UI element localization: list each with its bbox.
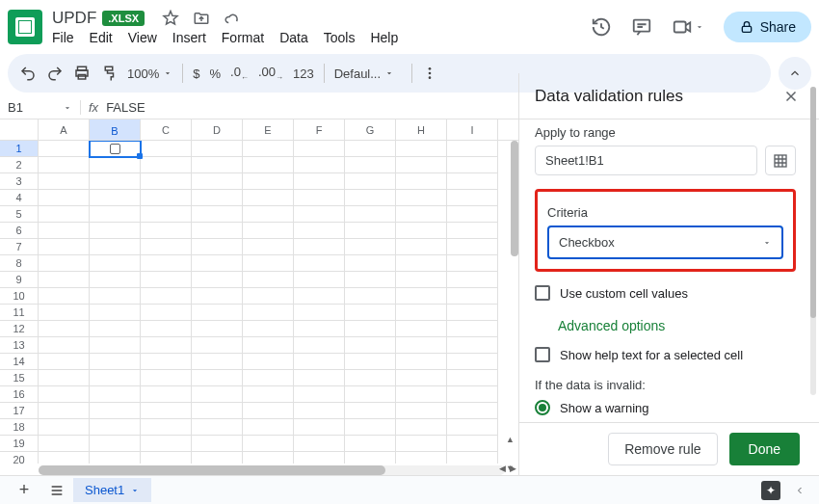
menu-data[interactable]: Data	[279, 30, 308, 45]
cell-G19[interactable]	[345, 436, 396, 452]
cell-H8[interactable]	[396, 255, 447, 272]
cell-I1[interactable]	[447, 141, 498, 157]
star-icon[interactable]	[162, 10, 179, 27]
currency-format[interactable]: $	[193, 66, 199, 81]
cell-F5[interactable]	[294, 206, 345, 223]
cell-F13[interactable]	[294, 337, 345, 354]
cell-B9[interactable]	[90, 272, 141, 288]
cell-D7[interactable]	[192, 239, 243, 255]
panel-scrollbar[interactable]	[810, 87, 816, 395]
cell-D5[interactable]	[192, 206, 243, 223]
cell-A8[interactable]	[39, 255, 90, 272]
cell-I5[interactable]	[447, 206, 498, 223]
cell-G15[interactable]	[345, 370, 396, 386]
horizontal-scrollbar[interactable]	[39, 465, 505, 475]
cell-F3[interactable]	[294, 173, 345, 190]
row-header-6[interactable]: 6	[0, 223, 39, 239]
cell-G2[interactable]	[345, 157, 396, 173]
menu-tools[interactable]: Tools	[324, 30, 356, 45]
cell-F14[interactable]	[294, 354, 345, 370]
number-format[interactable]: 123	[293, 66, 314, 81]
move-icon[interactable]	[193, 10, 210, 27]
cell-B12[interactable]	[90, 321, 141, 337]
col-header-E[interactable]: E	[243, 119, 294, 140]
cell-F8[interactable]	[294, 255, 345, 272]
row-header-20[interactable]: 20	[0, 452, 39, 464]
col-header-F[interactable]: F	[294, 119, 345, 140]
row-header-14[interactable]: 14	[0, 354, 39, 370]
cell-F18[interactable]	[294, 419, 345, 436]
cell-E20[interactable]	[243, 452, 294, 464]
cell-D2[interactable]	[192, 157, 243, 173]
cell-I6[interactable]	[447, 223, 498, 239]
cell-C20[interactable]	[141, 452, 192, 464]
col-header-C[interactable]: C	[141, 119, 192, 140]
cell-I11[interactable]	[447, 305, 498, 321]
cell-F17[interactable]	[294, 403, 345, 419]
cell-I19[interactable]	[447, 436, 498, 452]
cell-C1[interactable]	[141, 141, 192, 157]
cell-G13[interactable]	[345, 337, 396, 354]
cell-B14[interactable]	[90, 354, 141, 370]
cell-A14[interactable]	[39, 354, 90, 370]
cell-A7[interactable]	[39, 239, 90, 255]
cell-I7[interactable]	[447, 239, 498, 255]
cell-G14[interactable]	[345, 354, 396, 370]
share-button[interactable]: Share	[724, 12, 811, 42]
cell-C12[interactable]	[141, 321, 192, 337]
close-icon[interactable]	[782, 88, 800, 105]
cell-C13[interactable]	[141, 337, 192, 354]
cell-B16[interactable]	[90, 386, 141, 403]
cell-F12[interactable]	[294, 321, 345, 337]
cell-I20[interactable]	[447, 452, 498, 464]
cell-B20[interactable]	[90, 452, 141, 464]
cell-H13[interactable]	[396, 337, 447, 354]
cell-D9[interactable]	[192, 272, 243, 288]
meet-button[interactable]	[672, 16, 704, 38]
all-sheets-button[interactable]	[40, 483, 73, 498]
cell-F15[interactable]	[294, 370, 345, 386]
row-header-18[interactable]: 18	[0, 419, 39, 436]
add-sheet-button[interactable]: +	[8, 480, 40, 500]
cell-D8[interactable]	[192, 255, 243, 272]
cell-C10[interactable]	[141, 288, 192, 305]
cell-F11[interactable]	[294, 305, 345, 321]
select-all-corner[interactable]	[0, 119, 39, 140]
cell-H14[interactable]	[396, 354, 447, 370]
font-select[interactable]: Defaul...	[334, 66, 402, 81]
col-header-H[interactable]: H	[396, 119, 447, 140]
row-header-15[interactable]: 15	[0, 370, 39, 386]
col-header-A[interactable]: A	[39, 119, 90, 140]
row-header-16[interactable]: 16	[0, 386, 39, 403]
cell-C8[interactable]	[141, 255, 192, 272]
undo-icon[interactable]	[19, 65, 37, 82]
cell-E19[interactable]	[243, 436, 294, 452]
cell-A17[interactable]	[39, 403, 90, 419]
cell-G20[interactable]	[345, 452, 396, 464]
menu-file[interactable]: File	[52, 30, 74, 45]
cell-C5[interactable]	[141, 206, 192, 223]
sheet-tab-sheet1[interactable]: Sheet1	[73, 478, 151, 502]
done-button[interactable]: Done	[729, 433, 800, 465]
cell-D17[interactable]	[192, 403, 243, 419]
menu-help[interactable]: Help	[370, 30, 398, 45]
cell-I8[interactable]	[447, 255, 498, 272]
cell-G18[interactable]	[345, 419, 396, 436]
cell-H18[interactable]	[396, 419, 447, 436]
cell-G11[interactable]	[345, 305, 396, 321]
cell-E13[interactable]	[243, 337, 294, 354]
cell-F20[interactable]	[294, 452, 345, 464]
percent-format[interactable]: %	[209, 66, 221, 81]
cell-C6[interactable]	[141, 223, 192, 239]
cell-E12[interactable]	[243, 321, 294, 337]
print-icon[interactable]	[73, 65, 91, 82]
cell-C19[interactable]	[141, 436, 192, 452]
cell-D11[interactable]	[192, 305, 243, 321]
cell-A3[interactable]	[39, 173, 90, 190]
spreadsheet-grid[interactable]: ABCDEFGHI 123456789101112131415161718192…	[0, 119, 518, 475]
cell-I17[interactable]	[447, 403, 498, 419]
cell-G7[interactable]	[345, 239, 396, 255]
cell-H15[interactable]	[396, 370, 447, 386]
cell-A9[interactable]	[39, 272, 90, 288]
decrease-decimal-icon[interactable]: .0←	[230, 65, 249, 82]
